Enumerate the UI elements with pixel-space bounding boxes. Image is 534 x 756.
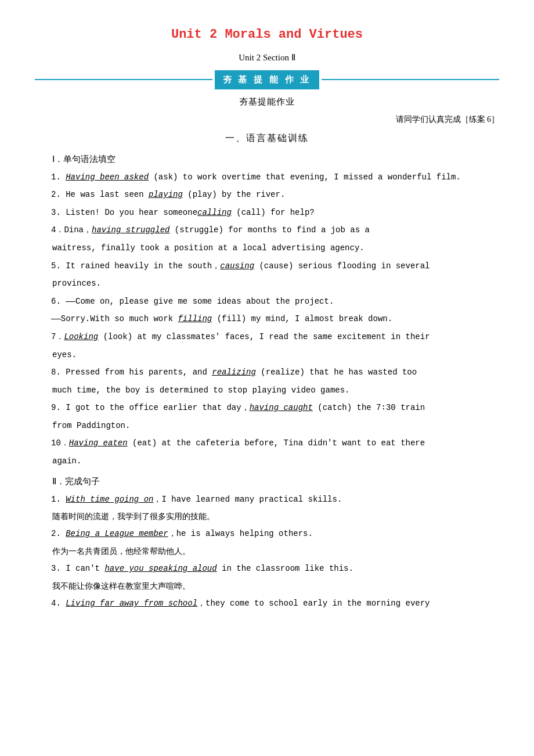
exercise-5-cont: provinces. (35, 276, 499, 291)
ex7-answer: Looking (64, 332, 98, 341)
ex10-num: 10． (51, 438, 69, 448)
ex2-hint: (play) (187, 190, 217, 199)
exercise-3: 3. Listen! Do you hear someonecalling (c… (35, 205, 499, 221)
exercises-block: 1. Having been asked (ask) to work overt… (35, 170, 499, 469)
ex6b-answer: filling (178, 314, 212, 323)
completion-1: 1. With time going on，I have learned man… (35, 492, 499, 507)
ex8-num: 8. Pressed from his parents, and (51, 368, 212, 377)
exercise-10-cont: again. (35, 453, 499, 469)
ex5-hint: (cause) (259, 261, 293, 271)
completion-2: 2. Being a League member，he is always he… (35, 526, 499, 542)
comp4-after: ，they come to school early in the mornin… (197, 599, 430, 608)
exercise-10: 10．Having eaten (eat) at the cafeteria b… (35, 435, 499, 451)
ex6b-text: ——Sorry.With so much work (51, 314, 178, 323)
comp2-chinese: 作为一名共青团员，他经常帮助他人。 (35, 544, 499, 559)
comp1-after: ，I have learned many practical skills. (153, 495, 342, 504)
exercise-9-cont: from Paddington. (35, 418, 499, 434)
ex3-answer: calling (197, 208, 232, 217)
ex10-hint: (eat) (132, 438, 157, 448)
comp2-num: 2. (51, 529, 66, 538)
page-title: Unit 2 Morals and Virtues (35, 23, 499, 46)
exercise-1: 1. Having been asked (ask) to work overt… (35, 170, 499, 185)
ex6a-text: 6. ——Come on, please give me some ideas … (51, 297, 334, 306)
comp4-num: 4. (51, 599, 66, 608)
ex6b-after: my mind, I almost break down. (246, 314, 392, 323)
comp2-answer: Being a League member (66, 529, 168, 538)
ex4-num: 4．Dina， (51, 225, 92, 235)
exercise-4: 4．Dina，having struggled (struggle) for m… (35, 222, 499, 238)
ex9-hint: (catch) (317, 403, 352, 412)
completion-4: 4. Living far away from school，they come… (35, 596, 499, 611)
part2-label: Ⅱ．完成句子 (52, 474, 499, 489)
comp2-after: ，he is always helping others. (168, 529, 313, 538)
exercise-2: 2. He was last seen playing (play) by th… (35, 187, 499, 203)
ex3-num: 3. Listen! Do you hear someone (51, 208, 197, 217)
ex4-hint: (struggle) (175, 225, 223, 235)
right-line (322, 79, 499, 80)
part-one-header: 一、语言基础训练 (35, 130, 499, 147)
section-title: 夯基提能作业 (35, 94, 499, 110)
completion-3: 3. I can't have you speaking aloud in th… (35, 561, 499, 577)
comp1-num: 1. (51, 495, 66, 504)
ex8-answer: realizing (212, 368, 256, 377)
ex9-after: the 7∶30 train (352, 403, 425, 412)
completion-block: 1. With time going on，I have learned man… (35, 492, 499, 611)
exercise-8-cont: much time, the boy is determined to stop… (35, 383, 499, 398)
ex9-num: 9. I got to the office earlier that day， (51, 403, 250, 412)
ex6b-hint: (fill) (217, 314, 246, 323)
comp4-answer: Living far away from school (66, 599, 197, 608)
ex1-after: to work overtime that evening, I missed … (178, 172, 460, 182)
ex10-answer: Having eaten (69, 438, 128, 448)
exercise-7: 7．Looking (look) at my classmates' faces… (35, 329, 499, 345)
ex4-after: for months to find a job as a (223, 225, 370, 235)
exercise-6b: ——Sorry.With so much work filling (fill)… (35, 311, 499, 327)
ex7-hint: (look) (103, 332, 132, 341)
ex7-after: at my classmates' faces, I read the same… (132, 332, 430, 341)
ex3-after: for help? (266, 208, 315, 217)
ex8-after: that he has wasted too (305, 368, 417, 377)
ex4-answer: having struggled (92, 225, 169, 235)
exercise-5: 5. It rained heavily in the south，causin… (35, 258, 499, 274)
ex5-answer: causing (220, 261, 254, 271)
comp3-after: in the classroom like this. (217, 564, 353, 573)
comp3-chinese: 我不能让你像这样在教室里大声喧哗。 (35, 579, 499, 593)
ex2-answer: playing (149, 190, 183, 199)
ex2-num: 2. He was last seen (51, 190, 149, 199)
comp1-chinese: 随着时间的流逝，我学到了很多实用的技能。 (35, 509, 499, 524)
ex5-after: serious flooding in several (293, 261, 430, 271)
badge-text: 夯 基 提 能 作 业 (215, 70, 320, 89)
ex7-num: 7． (51, 332, 64, 341)
exercise-7-cont: eyes. (35, 347, 499, 363)
exercise-6a: 6. ——Come on, please give me some ideas … (35, 294, 499, 309)
ex3-hint: (call) (236, 208, 265, 217)
right-note: 请同学们认真完成［练案 6］ (35, 112, 499, 127)
ex8-hint: (realize) (261, 368, 305, 377)
sub-title: Unit 2 Section Ⅱ (35, 50, 499, 66)
part1-label: Ⅰ．单句语法填空 (52, 152, 499, 167)
badge-row: 夯 基 提 能 作 业 (35, 70, 499, 89)
ex9-answer: having caught (250, 403, 313, 412)
exercise-8: 8. Pressed from his parents, and realizi… (35, 365, 499, 380)
ex2-after: by the river. (217, 190, 286, 199)
comp3-num: 3. I can't (51, 564, 104, 573)
comp1-answer: With time going on (66, 495, 153, 504)
exercise-4-cont: waitress, finally took a position at a l… (35, 240, 499, 256)
ex1-hint: (ask) (153, 172, 178, 182)
ex1-num: 1. (51, 172, 66, 182)
comp3-answer: have you speaking aloud (104, 564, 217, 573)
ex1-answer: Having been asked (66, 172, 149, 182)
ex10-after: at the cafeteria before, Tina didn't wan… (157, 438, 425, 448)
exercise-9: 9. I got to the office earlier that day，… (35, 400, 499, 416)
ex5-num: 5. It rained heavily in the south， (51, 261, 220, 271)
left-line (35, 79, 212, 80)
